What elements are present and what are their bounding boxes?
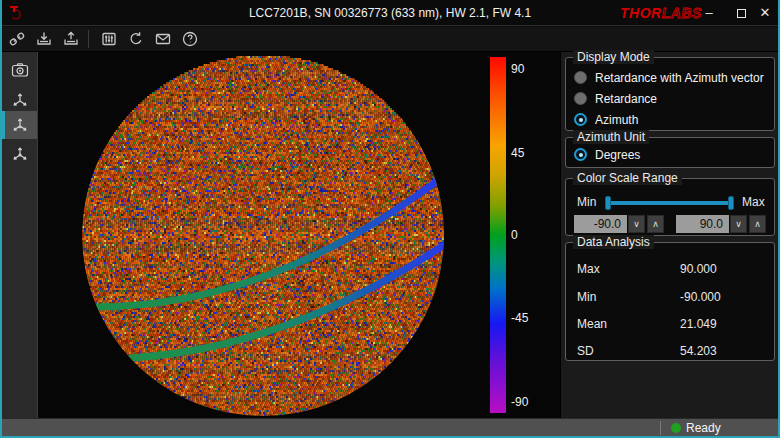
- refresh-icon: [127, 30, 145, 48]
- title-bar: LCC7201B, SN 00326773 (633 nm), HW 2.1, …: [0, 0, 780, 26]
- help-icon: [181, 30, 199, 48]
- sidebar-item-mode-2-selected[interactable]: [2, 111, 37, 139]
- colorbar-tick: 0: [511, 228, 547, 242]
- mail-icon: [154, 30, 172, 48]
- data-analysis-group: Data Analysis Max 90.000 Min -90.000 Mea…: [565, 242, 775, 361]
- stat-row-sd: SD 54.203: [566, 344, 776, 358]
- toolbar: [2, 27, 778, 52]
- status-indicator-icon: [671, 423, 681, 433]
- window-border: [0, 0, 2, 438]
- colorbar-tick: -90: [511, 395, 547, 409]
- radio-degrees[interactable]: Degrees: [566, 144, 774, 165]
- close-button[interactable]: ✕: [752, 0, 778, 26]
- three-axis-arrows-icon: [10, 90, 30, 110]
- group-title: Color Scale Range: [573, 171, 682, 185]
- radio-retardance[interactable]: Retardance: [566, 88, 774, 109]
- group-title: Data Analysis: [573, 235, 654, 249]
- max-decrement-button[interactable]: ∨: [730, 215, 747, 233]
- settings-button[interactable]: [97, 28, 121, 50]
- load-settings-button[interactable]: [59, 28, 83, 50]
- status-text: Ready: [686, 421, 721, 435]
- radio-icon-selected: [574, 148, 587, 161]
- help-button[interactable]: [178, 28, 202, 50]
- camera-icon: [10, 60, 30, 80]
- radio-icon-selected: [574, 113, 587, 126]
- min-increment-button[interactable]: ∧: [647, 215, 664, 233]
- colorbar-tick: 90: [511, 62, 547, 76]
- azimuth-unit-group: Azimuth Unit Degrees: [565, 137, 775, 168]
- min-decrement-button[interactable]: ∨: [628, 215, 645, 233]
- slider-track[interactable]: [606, 201, 733, 205]
- disconnect-icon: [8, 30, 26, 48]
- three-axis-arrows-icon: [10, 115, 30, 135]
- toolbar-separator: [88, 30, 89, 48]
- maximize-icon: [737, 9, 746, 18]
- sidebar: [2, 52, 37, 418]
- three-axis-arrows-dot-icon: [10, 144, 30, 164]
- radio-azimuth[interactable]: Azimuth: [566, 109, 774, 130]
- disconnect-button[interactable]: [5, 28, 29, 50]
- load-icon: [62, 30, 80, 48]
- settings-icon: [100, 30, 118, 48]
- save-icon: [35, 30, 53, 48]
- colorbar-tick: -45: [511, 311, 547, 325]
- stat-row-min: Min -90.000: [566, 290, 776, 304]
- display-mode-group: Display Mode Retardance with Azimuth vec…: [565, 57, 775, 131]
- slider-handle-max[interactable]: [728, 196, 734, 210]
- group-title: Azimuth Unit: [573, 130, 649, 144]
- maximize-button[interactable]: [728, 0, 754, 26]
- refresh-button[interactable]: [124, 28, 148, 50]
- min-label: Min: [577, 195, 596, 209]
- stat-row-max: Max 90.000: [566, 262, 776, 276]
- control-panel: Display Mode Retardance with Azimuth vec…: [560, 52, 778, 418]
- stat-row-mean: Mean 21.049: [566, 317, 776, 331]
- minimize-button[interactable]: –: [696, 0, 722, 26]
- save-settings-button[interactable]: [32, 28, 56, 50]
- min-value-field[interactable]: -90.0: [574, 215, 627, 233]
- app-window: LCC7201B, SN 00326773 (633 nm), HW 2.1, …: [0, 0, 780, 438]
- radio-retardance-with-azimuth-vector[interactable]: Retardance with Azimuth vector: [566, 67, 774, 88]
- status-bar: Ready: [0, 418, 780, 436]
- colorbar-tick: 45: [511, 146, 547, 160]
- range-slider: Min Max: [566, 193, 776, 213]
- group-title: Display Mode: [573, 50, 654, 64]
- sidebar-item-mode-1[interactable]: [2, 86, 37, 114]
- selection-accent-bar: [2, 111, 5, 139]
- sidebar-item-mode-3[interactable]: [2, 140, 37, 168]
- radio-icon: [574, 71, 587, 84]
- color-scale-bar: [490, 57, 506, 413]
- slider-handle-min[interactable]: [605, 196, 611, 210]
- feedback-button[interactable]: [151, 28, 175, 50]
- sidebar-item-camera[interactable]: [2, 56, 37, 84]
- thorlabs-logo: THORLABS: [620, 5, 702, 21]
- azimuth-beam-image: [38, 52, 488, 418]
- color-scale-range-group: Color Scale Range Min Max -90.0 ∨ ∧ 90.0…: [565, 178, 775, 236]
- max-increment-button[interactable]: ∧: [749, 215, 766, 233]
- max-label: Max: [742, 195, 765, 209]
- radio-icon: [574, 92, 587, 105]
- max-value-field[interactable]: 90.0: [676, 215, 729, 233]
- status-separator: [660, 421, 661, 435]
